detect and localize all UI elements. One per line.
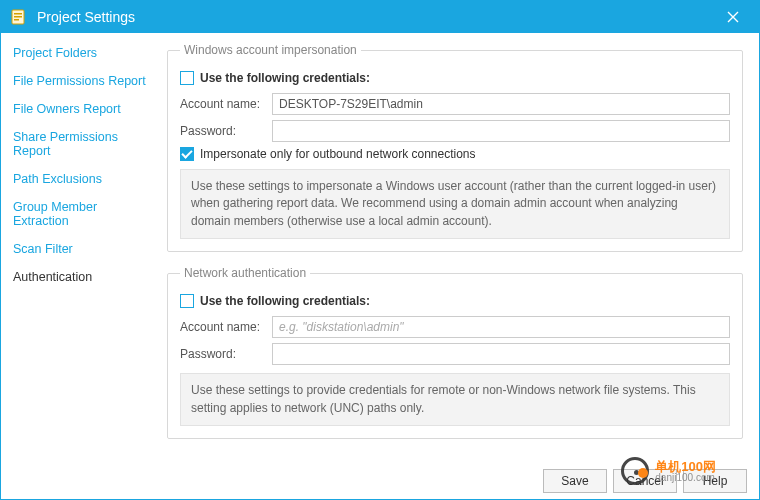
window-title: Project Settings — [37, 9, 713, 25]
sidebar-item-project-folders[interactable]: Project Folders — [1, 39, 161, 67]
impersonation-use-creds-label: Use the following credentials: — [200, 71, 370, 85]
sidebar-item-share-permissions-report[interactable]: Share Permissions Report — [1, 123, 161, 165]
impersonation-info: Use these settings to impersonate a Wind… — [180, 169, 730, 239]
svg-rect-2 — [14, 16, 22, 18]
sidebar-item-authentication[interactable]: Authentication — [1, 263, 161, 291]
impersonation-use-creds-checkbox[interactable] — [180, 71, 194, 85]
save-button[interactable]: Save — [543, 469, 607, 493]
footer: Save Cancel Help — [1, 463, 760, 499]
title-bar: Project Settings — [1, 1, 760, 33]
network-auth-account-label: Account name: — [180, 320, 266, 334]
content-panel: Windows account impersonation Use the fo… — [161, 33, 760, 463]
sidebar-item-file-permissions-report[interactable]: File Permissions Report — [1, 67, 161, 95]
cancel-button[interactable]: Cancel — [613, 469, 677, 493]
network-auth-use-creds-label: Use the following credentials: — [200, 294, 370, 308]
network-auth-legend: Network authentication — [180, 266, 310, 280]
sidebar-item-file-owners-report[interactable]: File Owners Report — [1, 95, 161, 123]
sidebar-item-path-exclusions[interactable]: Path Exclusions — [1, 165, 161, 193]
sidebar-item-scan-filter[interactable]: Scan Filter — [1, 235, 161, 263]
sidebar: Project Folders File Permissions Report … — [1, 33, 161, 463]
network-auth-password-label: Password: — [180, 347, 266, 361]
close-button[interactable] — [713, 1, 753, 33]
network-auth-group: Network authentication Use the following… — [167, 266, 743, 439]
svg-rect-3 — [14, 19, 19, 21]
impersonation-password-label: Password: — [180, 124, 266, 138]
sidebar-item-group-member-extraction[interactable]: Group Member Extraction — [1, 193, 161, 235]
impersonation-legend: Windows account impersonation — [180, 43, 361, 57]
impersonation-group: Windows account impersonation Use the fo… — [167, 43, 743, 252]
network-auth-info: Use these settings to provide credential… — [180, 373, 730, 426]
app-icon — [9, 7, 29, 27]
impersonation-account-label: Account name: — [180, 97, 266, 111]
impersonation-password-input[interactable] — [272, 120, 730, 142]
impersonation-outbound-only-checkbox[interactable] — [180, 147, 194, 161]
impersonation-outbound-only-label: Impersonate only for outbound network co… — [200, 147, 476, 161]
impersonation-account-input[interactable] — [272, 93, 730, 115]
help-button[interactable]: Help — [683, 469, 747, 493]
network-auth-account-input[interactable] — [272, 316, 730, 338]
svg-rect-1 — [14, 13, 22, 15]
network-auth-use-creds-checkbox[interactable] — [180, 294, 194, 308]
main-area: Project Folders File Permissions Report … — [1, 33, 760, 463]
network-auth-password-input[interactable] — [272, 343, 730, 365]
